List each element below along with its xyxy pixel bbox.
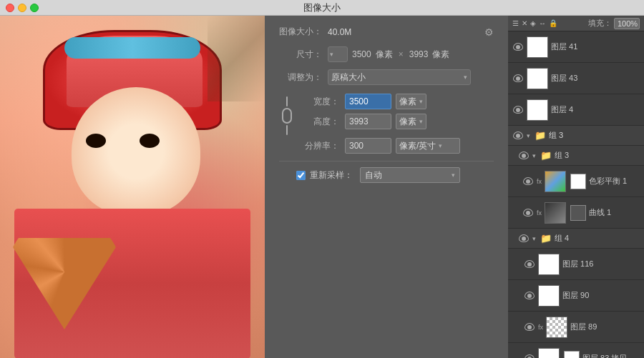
list-item[interactable]: ▾ 📁 组 3 — [508, 126, 644, 146]
layer-visibility-toggle[interactable] — [512, 130, 524, 141]
layer-name: 组 4 — [555, 233, 640, 244]
size-unit: 像素 — [376, 49, 393, 61]
layer-visibility-toggle[interactable] — [524, 290, 535, 302]
layer-visibility-toggle[interactable] — [524, 322, 535, 333]
resolution-unit-dropdown[interactable]: 像素/英寸 ▾ — [396, 138, 460, 154]
group-expand-icon[interactable]: ▾ — [532, 152, 536, 159]
layer-visibility-toggle[interactable] — [512, 41, 524, 53]
layer-name: 图层 4 — [551, 104, 640, 115]
chevron-down-icon: ▾ — [419, 118, 423, 125]
list-item[interactable]: ▾ 📁 组 4 — [508, 229, 644, 249]
character-eye-right — [140, 134, 160, 148]
image-size-value: 40.0M — [328, 27, 351, 37]
size-dropdown[interactable]: ▾ — [328, 46, 348, 62]
title-bar: 图像大小 — [0, 0, 644, 16]
layer-mask-thumbnail — [564, 351, 580, 359]
resolution-label: 分辨率： — [296, 140, 339, 152]
chevron-down-icon: ▾ — [419, 98, 423, 105]
layers-panel: ☰ ✕ ◈ ↔ 🔒 填充： 100% 图层 41 — [508, 16, 644, 358]
layer-visibility-toggle[interactable] — [524, 259, 535, 270]
lock-icon: ☰ — [512, 19, 519, 27]
resample-value: 自动 — [365, 169, 449, 182]
folder-icon: 📁 — [540, 150, 552, 161]
layer-visibility-toggle[interactable] — [522, 176, 534, 187]
resample-label: 重新采样： — [310, 169, 353, 182]
layer-visibility-toggle[interactable] — [512, 104, 524, 116]
folder-icon: 📁 — [540, 233, 552, 244]
image-canvas — [0, 16, 265, 358]
zoom-button[interactable] — [30, 4, 39, 12]
adjust-value: 原稿大小 — [331, 71, 366, 84]
list-item[interactable]: 图层 116 — [508, 249, 644, 280]
close-button[interactable] — [6, 4, 14, 12]
list-item[interactable]: ▾ 📁 组 3 — [508, 146, 644, 166]
layer-visibility-toggle[interactable] — [518, 150, 530, 161]
layer-name: 图层 90 — [562, 290, 640, 301]
adjust-label: 调整为： — [279, 71, 322, 84]
fill-value[interactable]: 100% — [614, 18, 640, 29]
chevron-down-icon: ▾ — [464, 74, 467, 81]
window-title: 图像大小 — [303, 1, 341, 14]
branch-decoration — [208, 16, 265, 101]
layer-thumbnail — [527, 36, 548, 58]
resample-dropdown[interactable]: 自动 ▾ — [360, 167, 460, 183]
layer-name: 组 3 — [555, 150, 640, 161]
list-item[interactable]: fx 色彩平衡 1 — [508, 166, 644, 197]
list-item[interactable]: fx 图层 89 — [508, 312, 644, 343]
layer-thumbnail — [527, 99, 548, 121]
minimize-button[interactable] — [18, 4, 26, 12]
chevron-down-icon: ▾ — [439, 142, 442, 149]
gear-icon[interactable]: ⚙ — [484, 26, 494, 38]
layer-thumbnail — [538, 254, 560, 275]
layer-mask-thumbnail — [570, 174, 586, 189]
height-unit-dropdown[interactable]: 像素 ▾ — [396, 114, 426, 129]
group-expand-icon[interactable]: ▾ — [527, 132, 530, 139]
list-item[interactable]: 图层 43 — [508, 63, 644, 94]
hat-decoration — [64, 37, 200, 59]
list-item[interactable]: 图层 90 — [508, 280, 644, 312]
layer-visibility-toggle[interactable] — [512, 73, 524, 84]
width-input[interactable]: 3500 — [345, 94, 391, 109]
width-label: 宽度： — [296, 96, 339, 108]
layer-visibility-toggle[interactable] — [518, 233, 530, 244]
resample-checkbox[interactable] — [296, 171, 306, 180]
lock-transparent-icon[interactable]: ✕ — [522, 19, 527, 27]
layer-fx-icon: fx — [537, 209, 542, 217]
list-item[interactable]: 图层 41 — [508, 31, 644, 63]
size-label: 尺寸： — [279, 49, 322, 61]
layer-thumbnail — [545, 171, 566, 192]
width-unit-value: 像素 — [399, 96, 416, 108]
resolution-input[interactable] — [345, 138, 391, 154]
layer-name: 曲线 1 — [589, 207, 640, 218]
image-size-dialog: 图像大小： 40.0M ⚙ 尺寸： ▾ 3500 像素 × 3993 像素 — [265, 16, 508, 358]
layers-list: 图层 41 图层 43 图层 4 ▾ 📁 组 3 — [508, 31, 644, 358]
lock-all-icon[interactable]: 🔒 — [549, 19, 557, 27]
layer-visibility-toggle[interactable] — [524, 353, 535, 359]
adjust-dropdown[interactable]: 原稿大小 ▾ — [328, 69, 471, 85]
list-item[interactable]: fx 曲线 1 — [508, 197, 644, 229]
height-input[interactable]: 3993 — [345, 114, 391, 129]
layer-name: 组 3 — [549, 130, 640, 141]
chevron-down-icon: ▾ — [330, 51, 333, 58]
layer-thumbnail — [546, 317, 567, 338]
layer-thumbnail — [538, 285, 560, 307]
list-item[interactable]: 图层 4 — [508, 94, 644, 126]
traffic-lights — [6, 4, 39, 12]
lock-image-icon[interactable]: ◈ — [530, 19, 536, 27]
layer-fx-icon: fx — [538, 324, 543, 331]
group-expand-icon[interactable]: ▾ — [532, 235, 536, 242]
size-unit2: 像素 — [432, 49, 449, 61]
list-item[interactable]: 图层 83 拷贝 — [508, 343, 644, 358]
folder-icon: 📁 — [535, 130, 546, 141]
width-unit-dropdown[interactable]: 像素 ▾ — [396, 94, 426, 109]
character-face — [72, 87, 200, 216]
layer-visibility-toggle[interactable] — [522, 207, 534, 219]
layer-name: 图层 116 — [562, 259, 640, 269]
size-x: × — [399, 49, 404, 59]
chevron-down-icon: ▾ — [452, 171, 455, 179]
layer-thumbnail — [527, 68, 548, 89]
size-height-value: 3993 — [409, 49, 429, 59]
lock-position-icon[interactable]: ↔ — [539, 19, 546, 27]
character-eye-left — [86, 134, 106, 148]
layer-name: 图层 89 — [570, 322, 640, 332]
